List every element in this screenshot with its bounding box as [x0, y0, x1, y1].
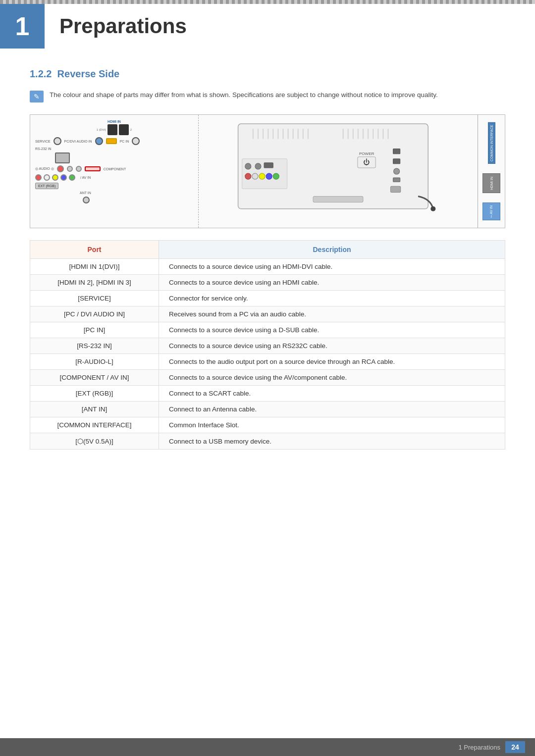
- service-port: [54, 137, 61, 145]
- svg-rect-24: [393, 149, 400, 154]
- rs232-port: [55, 152, 70, 163]
- rca-green: [69, 174, 75, 181]
- diagram-left: HDMI IN 1 (DVI) 2 SERVICE PC/DVI AUDIO I…: [30, 115, 199, 228]
- component-label: [85, 166, 101, 171]
- svg-rect-35: [264, 163, 273, 168]
- table-row: [COMMON INTERFACE]Common Interface Slot.: [30, 417, 505, 433]
- td-description: Connects to a source device using an HDM…: [159, 275, 505, 291]
- hdmi-row: 1 (DVI) 2: [35, 124, 193, 135]
- td-description: Connects to the audio output port on a s…: [159, 354, 505, 370]
- ant-row: ANT IN: [80, 191, 193, 195]
- td-description: Connector for service only.: [159, 291, 505, 306]
- td-port: [ANT IN]: [30, 402, 159, 417]
- footer-page-number: 24: [505, 741, 525, 753]
- chapter-header: 1 Preparations: [0, 4, 535, 49]
- table-row: [R-AUDIO-L]Connects to the audio output …: [30, 354, 505, 370]
- table-row: [⬡(5V 0.5A)]Connect to a USB memory devi…: [30, 433, 505, 450]
- note-box: The colour and shape of parts may differ…: [30, 90, 505, 102]
- td-description: Connect to a USB memory device.: [159, 433, 505, 450]
- icon-dot: [67, 166, 73, 172]
- icon-dot-2: [76, 166, 82, 172]
- td-description: Receives sound from a PC via an audio ca…: [159, 306, 505, 322]
- hdmi-port-2: [119, 124, 129, 135]
- td-description: Connects to a source device using an RS2…: [159, 338, 505, 354]
- table-header-row: Port Description: [30, 241, 505, 259]
- audio-rca-1: [57, 165, 64, 172]
- rca-yellow: [52, 174, 58, 181]
- usb-right: ⇦ AV IN: [482, 202, 500, 220]
- tv-diagram-svg: POWER ⏻: [203, 119, 474, 224]
- hdmi-in-right: HDMI IN: [482, 173, 500, 193]
- svg-rect-27: [393, 178, 400, 182]
- td-port: [RS-232 IN]: [30, 338, 159, 354]
- table-row: [EXT (RGB)]Connect to a SCART cable.: [30, 386, 505, 402]
- td-description: Connects to a source device using the AV…: [159, 370, 505, 386]
- hdmi-port-1: [107, 124, 117, 135]
- rca-ports: [35, 174, 75, 181]
- diagram-middle: POWER ⏻: [199, 115, 478, 228]
- stripe-bar: [0, 0, 535, 4]
- td-port: [EXT (RGB)]: [30, 386, 159, 402]
- audio-port: [95, 137, 103, 145]
- table-row: [SERVICE]Connector for service only.: [30, 291, 505, 306]
- td-port: [HDMI IN 1(DVI)]: [30, 259, 159, 275]
- td-description: Connect to an Antenna cable.: [159, 402, 505, 417]
- hdmi-in-label: HDMI IN: [35, 120, 193, 123]
- chapter-title-block: Preparations: [45, 4, 187, 49]
- svg-rect-25: [393, 159, 400, 164]
- table-row: [RS-232 IN]Connects to a source device u…: [30, 338, 505, 354]
- note-text: The colour and shape of parts may differ…: [50, 90, 438, 101]
- table-row: [HDMI IN 1(DVI)]Connects to a source dev…: [30, 259, 505, 275]
- content-area: 1.2.2 Reverse Side The colour and shape …: [0, 68, 535, 450]
- table-row: [PC IN]Connects to a source device using…: [30, 322, 505, 338]
- table-row: [HDMI IN 2], [HDMI IN 3]Connects to a so…: [30, 275, 505, 291]
- ext-row: EXT (RGB): [35, 183, 193, 189]
- rca-blue: [60, 174, 67, 181]
- diagram-container: HDMI IN 1 (DVI) 2 SERVICE PC/DVI AUDIO I…: [30, 114, 505, 228]
- svg-point-34: [255, 163, 261, 169]
- td-port: [PC IN]: [30, 322, 159, 338]
- td-port: [R-AUDIO-L]: [30, 354, 159, 370]
- rca-row: / AV IN: [35, 174, 193, 181]
- chapter-title: Preparations: [59, 14, 187, 38]
- svg-point-40: [273, 173, 279, 179]
- td-description: Connects to a source device using a D-SU…: [159, 322, 505, 338]
- ext-box: EXT (RGB): [35, 183, 58, 189]
- table-row: [PC / DVI AUDIO IN]Receives sound from a…: [30, 306, 505, 322]
- table-body: [HDMI IN 1(DVI)]Connects to a source dev…: [30, 259, 505, 450]
- rca-red: [35, 174, 42, 181]
- td-port: [PC / DVI AUDIO IN]: [30, 306, 159, 322]
- chapter-number: 1: [15, 11, 30, 41]
- svg-rect-28: [391, 186, 401, 192]
- td-port: [HDMI IN 2], [HDMI IN 3]: [30, 275, 159, 291]
- table-row: [ANT IN]Connect to an Antenna cable.: [30, 402, 505, 417]
- section-heading: 1.2.2 Reverse Side: [30, 68, 505, 80]
- footer-section-label: 1 Preparations: [458, 744, 500, 751]
- td-description: Connect to a SCART cable.: [159, 386, 505, 402]
- td-description: Connects to a source device using an HDM…: [159, 259, 505, 275]
- rs232-row: RS-232 IN: [35, 147, 193, 151]
- svg-rect-23: [313, 196, 363, 202]
- note-icon: [30, 91, 44, 102]
- svg-point-33: [245, 163, 251, 169]
- audio-port-2: [106, 138, 117, 144]
- svg-point-38: [259, 173, 265, 179]
- ant-port: [83, 197, 193, 205]
- svg-text:⏻: ⏻: [363, 158, 370, 166]
- rca-white: [44, 174, 50, 181]
- td-port: [COMMON INTERFACE]: [30, 417, 159, 433]
- td-port: [⬡(5V 0.5A)]: [30, 433, 159, 450]
- service-row: SERVICE PC/DVI AUDIO IN PC IN: [35, 137, 193, 145]
- svg-point-26: [394, 168, 400, 174]
- pc-in-port: [132, 137, 140, 145]
- svg-point-37: [252, 173, 258, 179]
- diagram-right: COMMON INTERFACE HDMI IN ⇦ AV IN: [478, 115, 505, 228]
- svg-text:POWER: POWER: [359, 151, 374, 156]
- th-port: Port: [30, 241, 159, 259]
- audio-rca-row: ◎ AUDIO ◎ COMPONENT: [35, 165, 193, 172]
- td-port: [COMPONENT / AV IN]: [30, 370, 159, 386]
- td-description: Common Interface Slot.: [159, 417, 505, 433]
- ports-table: Port Description [HDMI IN 1(DVI)]Connect…: [30, 240, 505, 450]
- chapter-number-block: 1: [0, 4, 45, 49]
- th-description: Description: [159, 241, 505, 259]
